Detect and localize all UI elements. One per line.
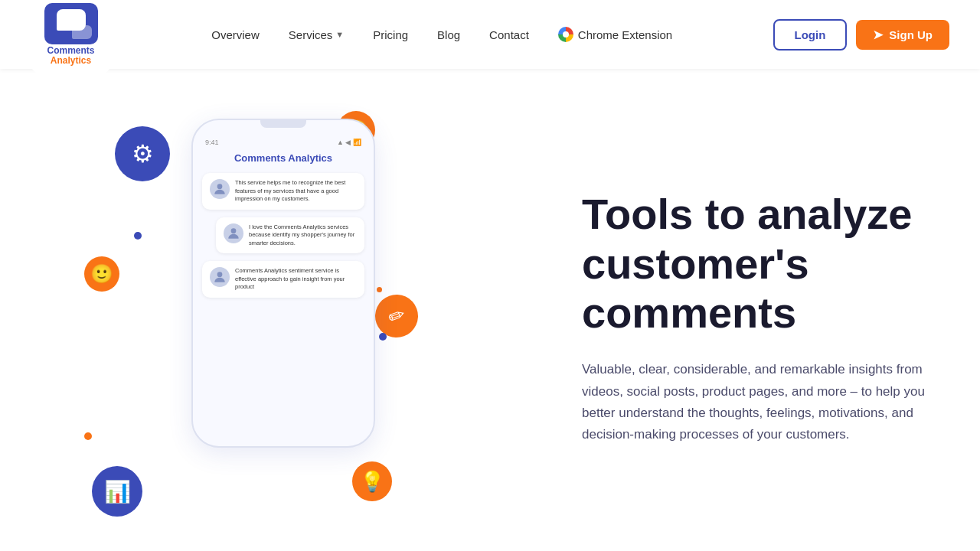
login-button[interactable]: Login <box>773 19 848 51</box>
nav-pricing[interactable]: Pricing <box>362 22 419 47</box>
hero-text: Tools to analyze customer's comments Val… <box>536 190 934 445</box>
avatar-3 <box>210 267 230 287</box>
navbar: Comments Analytics Overview Services ▼ P… <box>0 0 980 69</box>
chevron-down-icon: ▼ <box>335 30 344 39</box>
logo[interactable]: Comments Analytics <box>31 0 111 75</box>
dot-decoration <box>377 287 382 292</box>
phone-comment-2: I love the Comments Analytics services b… <box>216 217 364 254</box>
phone-notch <box>260 120 306 128</box>
svg-point-1 <box>231 228 237 233</box>
send-icon: ➤ <box>873 28 883 42</box>
pencil-icon: ✏ <box>369 289 424 344</box>
hero-section: ⚙ 🙁 🙂 ✏ 💡 📊 9:41 ▲ ◀ 📶 Comments Analytic… <box>0 69 980 551</box>
svg-point-0 <box>217 184 223 189</box>
phone-status-bar: 9:41 ▲ ◀ 📶 <box>193 134 374 146</box>
gear-icon: ⚙ <box>115 126 170 181</box>
comment-text-2: I love the Comments Analytics services b… <box>249 223 357 248</box>
nav-links: Overview Services ▼ Pricing Blog Contact… <box>201 21 683 48</box>
nav-overview[interactable]: Overview <box>201 22 270 47</box>
avatar-1 <box>210 179 230 199</box>
phone-comment-1: This service helps me to recognize the b… <box>202 173 364 210</box>
avatar-2 <box>224 223 243 243</box>
phone-comment-3: Comments Analytics sentiment service is … <box>202 261 364 298</box>
nav-blog[interactable]: Blog <box>426 22 471 47</box>
hero-illustration: ⚙ 🙁 🙂 ✏ 💡 📊 9:41 ▲ ◀ 📶 Comments Analytic… <box>46 103 536 532</box>
logo-text-analytics: Analytics <box>47 56 94 66</box>
hero-subtext: Valuable, clear, considerable, and remar… <box>582 359 934 445</box>
signup-button[interactable]: ➤ Sign Up <box>856 20 949 50</box>
phone-mockup: 9:41 ▲ ◀ 📶 Comments Analytics This servi… <box>191 119 375 448</box>
chart-icon: 📊 <box>92 466 142 517</box>
nav-buttons: Login ➤ Sign Up <box>773 19 950 51</box>
chrome-icon <box>558 27 573 42</box>
smile-icon: 🙂 <box>84 256 119 292</box>
dot-decoration <box>134 232 142 240</box>
phone-app-title: Comments Analytics <box>193 146 374 173</box>
dot-decoration <box>84 432 92 440</box>
comment-text-1: This service helps me to recognize the b… <box>235 179 357 204</box>
nav-chrome-extension[interactable]: Chrome Extension <box>547 21 683 48</box>
nav-services[interactable]: Services ▼ <box>278 22 354 47</box>
dot-decoration <box>379 333 387 341</box>
svg-point-2 <box>217 272 223 277</box>
bulb-icon: 💡 <box>352 461 392 501</box>
comment-text-3: Comments Analytics sentiment service is … <box>235 267 357 292</box>
hero-heading: Tools to analyze customer's comments <box>582 190 934 337</box>
nav-contact[interactable]: Contact <box>479 22 540 47</box>
